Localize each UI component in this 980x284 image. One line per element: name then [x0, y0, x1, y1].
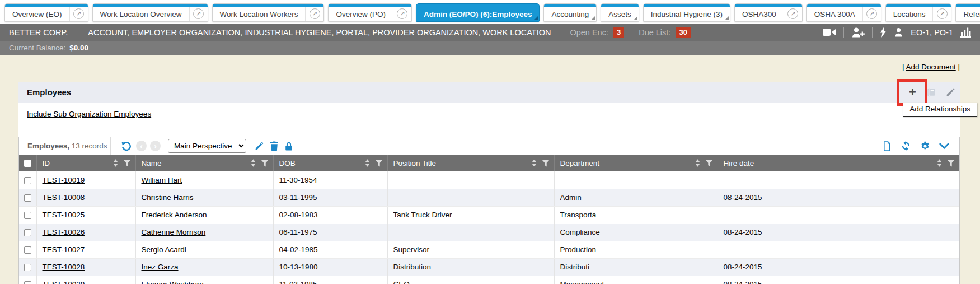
panel-title: Employees: [27, 87, 71, 97]
row-checkbox[interactable]: [24, 281, 31, 284]
bar-chart-icon[interactable]: [960, 27, 971, 38]
chevron-down-icon: [939, 143, 949, 150]
lock-perspective-button[interactable]: [284, 141, 293, 151]
employee-name-link[interactable]: Sergio Acardi: [142, 245, 186, 254]
filter-icon[interactable]: [261, 160, 269, 167]
tab-popout-button[interactable]: ↗: [69, 4, 88, 21]
employee-id-link[interactable]: TEST-10008: [43, 193, 85, 202]
due-list-badge[interactable]: 30: [676, 27, 690, 38]
video-camera-icon[interactable]: [823, 28, 836, 36]
employee-id-link[interactable]: TEST-10029: [43, 280, 85, 284]
grid-records-label: 13 records: [72, 142, 107, 150]
employee-name-link[interactable]: Christine Harris: [142, 193, 194, 202]
copy-book-button[interactable]: [922, 82, 941, 103]
add-relationships-button[interactable]: +: [903, 82, 922, 103]
add-document-link[interactable]: Add Document: [906, 63, 955, 71]
sort-icon[interactable]: [532, 159, 537, 167]
sort-icon[interactable]: [937, 159, 942, 167]
tab-popout-button[interactable]: ↗: [784, 4, 802, 21]
add-relationships-tooltip: Add Relationships: [903, 103, 977, 117]
refresh-button[interactable]: [901, 141, 911, 151]
page-content: | Add Document | Employees + Add: [0, 55, 980, 284]
column-header-dob[interactable]: DOB: [273, 155, 387, 171]
filter-icon[interactable]: [542, 160, 550, 167]
filter-icon[interactable]: [123, 160, 131, 167]
employee-name-link[interactable]: Eleanor Washburn: [142, 280, 204, 284]
row-checkbox[interactable]: [24, 194, 31, 202]
row-checkbox[interactable]: [24, 264, 31, 271]
sort-icon[interactable]: [113, 159, 118, 167]
filter-icon[interactable]: [947, 160, 955, 167]
row-checkbox[interactable]: [24, 212, 31, 219]
tab-popout-button[interactable]: ↗: [932, 4, 951, 21]
tab-overview-po[interactable]: Overview (PO)↗: [328, 3, 412, 22]
perspective-select[interactable]: Main Perspective: [168, 139, 246, 153]
cell-dob: 03-11-1995: [273, 189, 387, 206]
tab-popout-button[interactable]: ↗: [393, 4, 411, 21]
tab-referred-orders[interactable]: Referred Orders↗: [955, 3, 980, 22]
tab-work-location-overview[interactable]: Work Location Overview↗: [92, 3, 208, 22]
tab-overview-eo[interactable]: Overview (EO)↗: [4, 3, 88, 22]
tab-accounting[interactable]: Accounting: [543, 3, 597, 22]
edit-button[interactable]: [941, 82, 960, 103]
employee-name-link[interactable]: Catherine Morrison: [142, 228, 206, 236]
tab-locations[interactable]: Locations↗: [885, 3, 952, 22]
tab-work-location-workers[interactable]: Work Location Workers↗: [212, 3, 325, 22]
employee-id-link[interactable]: TEST-10028: [43, 263, 85, 271]
tab-label: OSHA 300A: [807, 4, 862, 21]
add-person-icon[interactable]: [851, 27, 865, 38]
tab-osha-300a[interactable]: OSHA 300A↗: [806, 3, 881, 22]
tab-assets[interactable]: Assets: [601, 3, 639, 22]
edit-perspective-button[interactable]: [255, 141, 264, 151]
module-list: ACCOUNT, EMPLOYER ORGANIZATION, INDUSTRI…: [88, 28, 551, 37]
row-checkbox[interactable]: [24, 177, 31, 184]
tab-osha300[interactable]: OSHA300↗: [734, 3, 803, 22]
cell-hire-date: [718, 241, 959, 258]
delete-perspective-button[interactable]: [270, 141, 279, 151]
employee-id-link[interactable]: TEST-10025: [43, 211, 85, 219]
employee-name-link[interactable]: William Hart: [142, 176, 182, 184]
gear-icon: [920, 141, 930, 151]
column-header-department[interactable]: Department: [554, 155, 718, 171]
include-suborg-link[interactable]: Include Sub Organization Employees: [27, 110, 151, 118]
settings-button[interactable]: [920, 141, 930, 151]
lightning-icon[interactable]: [880, 27, 887, 38]
row-checkbox[interactable]: [24, 229, 31, 236]
filter-icon[interactable]: [375, 160, 383, 167]
column-header-hire-date[interactable]: Hire date: [718, 155, 959, 171]
sort-icon[interactable]: [251, 159, 256, 167]
cell-department: [554, 171, 718, 189]
sort-icon[interactable]: [365, 159, 370, 167]
employee-id-link[interactable]: TEST-10019: [43, 176, 85, 184]
column-header-position-title[interactable]: Position Title: [387, 155, 554, 171]
row-checkbox[interactable]: [24, 246, 31, 254]
tab-admin-eo-po-6-employees[interactable]: Admin (EO/PO) (6):Employees: [416, 3, 540, 22]
sort-icon[interactable]: [695, 159, 700, 167]
employee-id-link[interactable]: TEST-10026: [43, 228, 85, 236]
tab-popout-button[interactable]: ↗: [305, 4, 323, 21]
table-row: TEST-10029Eleanor Washburn11-03-1985CEOM…: [19, 276, 959, 284]
tab-industrial-hygiene-3[interactable]: Industrial Hygiene (3): [643, 3, 730, 22]
popout-arrow-icon: ↗: [397, 8, 407, 19]
select-all-checkbox[interactable]: [24, 160, 31, 167]
export-document-button[interactable]: [882, 141, 892, 152]
filter-icon[interactable]: [705, 160, 713, 167]
column-label: Name: [142, 159, 162, 167]
employee-name-link[interactable]: Inez Garza: [142, 263, 179, 271]
tab-label: Overview (EO): [5, 4, 69, 21]
open-enc-badge[interactable]: 3: [613, 27, 624, 38]
prev-page-button[interactable]: ‹: [136, 141, 147, 151]
tab-popout-button[interactable]: ↗: [862, 4, 881, 21]
next-page-button[interactable]: ›: [150, 141, 161, 151]
collapse-button[interactable]: [939, 143, 949, 150]
column-header-name[interactable]: Name: [135, 155, 273, 171]
employee-name-link[interactable]: Frederick Anderson: [142, 211, 207, 219]
grid-record-count: Employees, 13 records: [27, 142, 110, 150]
tab-popout-button[interactable]: ↗: [189, 4, 208, 21]
company-name: BETTER CORP.: [9, 28, 68, 37]
document-actions-row: | Add Document |: [18, 55, 960, 77]
undo-button[interactable]: [121, 141, 132, 151]
user-icon[interactable]: [894, 27, 903, 37]
employee-id-link[interactable]: TEST-10027: [43, 245, 85, 254]
column-header-id[interactable]: ID: [36, 155, 135, 171]
